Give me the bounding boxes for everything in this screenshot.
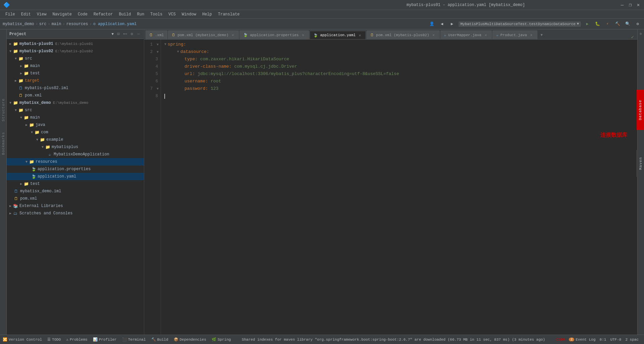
database-panel-tab[interactable]: Database bbox=[637, 90, 644, 130]
search-everywhere-button[interactable]: 🔍 bbox=[624, 20, 631, 28]
code-line-8[interactable] bbox=[161, 92, 637, 100]
tab-product[interactable]: ☕ Product.java ✕ bbox=[492, 30, 537, 39]
gutter-fold-7[interactable]: ▼ bbox=[157, 87, 159, 91]
tree-item-pom-demo[interactable]: 🗒 pom.xml bbox=[7, 195, 144, 202]
menu-item-help[interactable]: Help bbox=[200, 11, 215, 17]
menu-item-translate[interactable]: Translate bbox=[215, 11, 243, 17]
tab-pom-plus02[interactable]: 🗒 pom.xml (mybatis-plus02) ✕ bbox=[367, 30, 439, 39]
menu-item-build[interactable]: Build bbox=[116, 11, 133, 17]
version-control-button[interactable]: 🔀 Version Control bbox=[3, 337, 42, 342]
tree-item-com[interactable]: ▼ 📁 com bbox=[7, 129, 144, 136]
menu-item-window[interactable]: Window bbox=[179, 11, 199, 17]
rs-icon-1[interactable]: ⚙ bbox=[638, 31, 644, 37]
user-icon-button[interactable]: 👤 bbox=[428, 20, 436, 28]
project-dropdown-arrow[interactable]: ▼ bbox=[111, 32, 114, 36]
todo-button[interactable]: ☰ TODO bbox=[47, 337, 61, 342]
breadcrumb-item-2[interactable]: src bbox=[39, 22, 47, 26]
menu-item-tools[interactable]: Tools bbox=[148, 11, 165, 17]
tree-item-iml-plus02[interactable]: 🗒 mybatis-plus02.iml bbox=[7, 84, 144, 92]
tree-item-mybatis-plus01[interactable]: ▶ 📁 mybatis-plus01 E:\mybatis-plus01 bbox=[7, 40, 144, 48]
coverage-button[interactable]: ⚡ bbox=[604, 20, 611, 28]
tree-item-mybatisx-demo[interactable]: ▼ 📁 mybatisx_demo E:\mybatisx_demo bbox=[7, 99, 144, 107]
breadcrumb-item-4[interactable]: resources bbox=[66, 22, 88, 26]
tree-item-external-libs[interactable]: ▶ 📚 External Libraries bbox=[7, 202, 144, 210]
tree-item-java-demo[interactable]: ▶ 📁 java bbox=[7, 121, 144, 129]
arrow-mybatisx-demo[interactable]: ▼ bbox=[8, 100, 13, 105]
gutter-fold-2[interactable]: ▼ bbox=[157, 50, 159, 54]
minimize-button[interactable]: — bbox=[620, 3, 625, 7]
bookmarks-tab[interactable]: Bookmarks bbox=[1, 130, 5, 157]
fold-arrow-1[interactable]: ▼ bbox=[164, 41, 166, 48]
tree-item-app-yaml[interactable]: 🍃 application.yaml bbox=[7, 173, 144, 180]
tab-pom-plus02-close[interactable]: ✕ bbox=[431, 33, 436, 38]
tree-item-mybatisplus[interactable]: ▼ 📁 mybatisplus bbox=[7, 143, 144, 151]
tab-more-button[interactable]: ▾ bbox=[538, 30, 545, 39]
indent-label[interactable]: 2 spac bbox=[625, 338, 639, 342]
terminal-button[interactable]: ⬛ Terminal bbox=[122, 337, 146, 342]
tree-item-main-plus02[interactable]: ▶ 📁 main bbox=[7, 62, 144, 70]
run-config-dropdown[interactable]: ▼ bbox=[577, 22, 579, 26]
back-button[interactable]: ◀ bbox=[438, 20, 446, 28]
tree-item-test-plus02[interactable]: ▶ 📁 test bbox=[7, 70, 144, 77]
encoding-label[interactable]: UTF-8 bbox=[610, 338, 621, 342]
fold-arrow-2[interactable]: ▼ bbox=[177, 48, 179, 56]
tab-app-yaml-close[interactable]: ✕ bbox=[358, 33, 362, 38]
arrow-src-demo[interactable]: ▼ bbox=[13, 108, 18, 113]
tree-item-iml-demo[interactable]: 🗒 mybatisx_demo.iml bbox=[7, 188, 144, 195]
menu-item-run[interactable]: Run bbox=[134, 11, 147, 17]
hide-icon[interactable]: — bbox=[136, 31, 141, 37]
event-log-button[interactable]: 2 Event Log bbox=[569, 338, 595, 342]
run-button[interactable]: ▶ bbox=[584, 20, 591, 28]
gutter-fold-1[interactable]: ▼ bbox=[157, 43, 159, 47]
profiler-button[interactable]: 📊 Profiler bbox=[93, 337, 117, 342]
spring-button[interactable]: 🌿 Spring bbox=[212, 337, 231, 342]
menu-item-file[interactable]: File bbox=[3, 11, 18, 17]
arrow-mybatisplus[interactable]: ▼ bbox=[40, 145, 45, 149]
scroll-to-source-icon[interactable]: ⊷ bbox=[122, 31, 128, 37]
arrow-test-plus02[interactable]: ▶ bbox=[19, 71, 23, 76]
tree-item-src-plus02[interactable]: ▼ 📁 src bbox=[7, 55, 144, 62]
menu-item-code[interactable]: Code bbox=[75, 11, 90, 17]
structure-tab[interactable]: Structure bbox=[1, 96, 5, 123]
tree-item-resources[interactable]: ▼ 📁 resources bbox=[7, 158, 144, 165]
editor-content[interactable]: ▼ 1 ▼ 2 3 4 5 6 ▼ 7 8 ▼s bbox=[144, 40, 637, 335]
dependencies-button[interactable]: 📦 Dependencies bbox=[174, 337, 206, 342]
build-button-status[interactable]: 🔨 Build bbox=[151, 337, 168, 342]
tree-item-scratches[interactable]: ▶ 🗂 Scratches and Consoles bbox=[7, 210, 144, 217]
run-config-selector[interactable]: MybatisPlusMultiDataSourceTest.testDynam… bbox=[459, 21, 581, 27]
menu-item-view[interactable]: View bbox=[34, 11, 49, 17]
maven-panel-tab[interactable]: Maven bbox=[637, 150, 644, 177]
tree-item-example[interactable]: ▼ 📁 example bbox=[7, 136, 144, 143]
close-button[interactable]: ✕ bbox=[636, 3, 641, 7]
settings-button[interactable]: ⚙ bbox=[634, 20, 641, 28]
problems-button[interactable]: ⚠ Problems bbox=[66, 337, 87, 342]
tree-item-pom-plus02[interactable]: 🗒 pom.xml bbox=[7, 92, 144, 99]
code-area[interactable]: ▼spring: .▼datasource: type: com.zaxxer.… bbox=[161, 40, 637, 335]
collapse-all-icon[interactable]: ⊟ bbox=[116, 31, 121, 37]
arrow-example[interactable]: ▼ bbox=[35, 137, 40, 142]
arrow-main-plus02[interactable]: ▶ bbox=[19, 64, 23, 68]
tree-item-main-demo[interactable]: ▼ 📁 main bbox=[7, 114, 144, 121]
tree-item-mybatis-plus02[interactable]: ▼ 📁 mybatis-plus02 E:\mybatis-plus02 bbox=[7, 48, 144, 55]
tab-product-close[interactable]: ✕ bbox=[529, 33, 534, 38]
maximize-button[interactable]: ❐ bbox=[628, 3, 633, 7]
forward-button[interactable]: ▶ bbox=[448, 20, 456, 28]
build-button[interactable]: 🔨 bbox=[614, 20, 621, 28]
tab-usermapper[interactable]: ☕ UserMapper.java ✕ bbox=[440, 30, 492, 39]
settings-icon[interactable]: ⚙ bbox=[129, 31, 135, 37]
arrow-src-plus02[interactable]: ▼ bbox=[13, 56, 18, 61]
tab-app-yaml[interactable]: 🍃 application.yaml ✕ bbox=[310, 31, 366, 40]
tab-usermapper-close[interactable]: ✕ bbox=[483, 33, 488, 38]
tree-item-main-class[interactable]: ☕ MybatisxDemoApplication bbox=[7, 151, 144, 158]
arrow-external-libs[interactable]: ▶ bbox=[8, 204, 13, 208]
tree-item-test-demo[interactable]: ▶ 📁 test bbox=[7, 180, 144, 188]
tree-item-app-properties[interactable]: 🍃 application.properties bbox=[7, 165, 144, 173]
tab-pom-mybatisx-close[interactable]: ✕ bbox=[230, 33, 235, 38]
breadcrumb-item-1[interactable]: mybatisx_demo bbox=[3, 22, 34, 26]
tab-app-props-close[interactable]: ✕ bbox=[301, 33, 305, 38]
arrow-test-demo[interactable]: ▶ bbox=[19, 182, 23, 186]
debug-button[interactable]: 🐛 bbox=[594, 20, 601, 28]
arrow-com[interactable]: ▼ bbox=[30, 130, 34, 135]
tab-app-props[interactable]: 🍃 application.properties ✕ bbox=[239, 30, 309, 39]
breadcrumb-item-5[interactable]: ⚙ application.yaml bbox=[93, 21, 137, 26]
